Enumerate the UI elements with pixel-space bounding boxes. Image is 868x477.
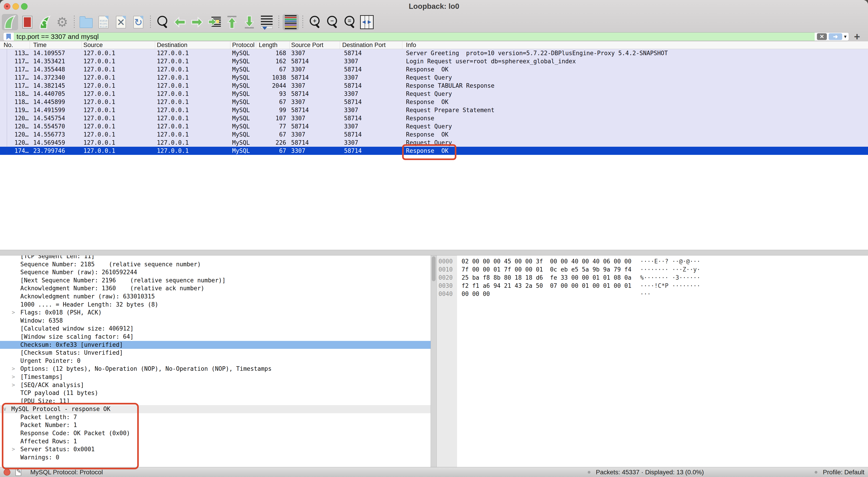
packet-row[interactable]: 113…14.109557127.0.0.1127.0.0.1MySQL1683… [0, 49, 868, 57]
column-header[interactable]: No. [0, 41, 30, 49]
save-file-button[interactable]: 010100110101110 [95, 14, 112, 30]
titlebar[interactable]: Loopback: lo0 [0, 0, 868, 12]
column-header[interactable]: Time [30, 41, 82, 49]
capture-comment-icon[interactable] [16, 469, 21, 476]
chevron-collapsed-icon[interactable]: > [12, 445, 15, 453]
resize-columns-button[interactable] [359, 14, 375, 30]
display-filter-input[interactable]: tcp.port == 3307 and mysql [14, 33, 815, 41]
hex-offset: 0010 [437, 265, 457, 273]
packet-row[interactable]: 120…14.556773127.0.0.1127.0.0.1MySQL6733… [0, 130, 868, 139]
find-packet-button[interactable] [154, 14, 170, 30]
column-header[interactable]: Destination [155, 41, 230, 49]
detail-line[interactable]: Urgent Pointer: 0 [0, 357, 431, 365]
packet-row[interactable]: 117…14.372340127.0.0.1127.0.0.1MySQL1038… [0, 73, 868, 82]
zoom-reset-button[interactable]: = [341, 14, 358, 30]
detail-line[interactable]: Sequence Number (raw): 2610592244 [0, 268, 431, 276]
filter-add-button[interactable]: + [854, 32, 860, 41]
chevron-collapsed-icon[interactable]: > [12, 308, 15, 317]
go-to-packet-button[interactable] [206, 14, 223, 30]
column-header[interactable]: Protocol [230, 41, 256, 49]
packet-row[interactable]: 117…14.353421127.0.0.1127.0.0.1MySQL1625… [0, 57, 868, 65]
packet-row[interactable]: 119…14.491599127.0.0.1127.0.0.1MySQL9958… [0, 106, 868, 114]
detail-line[interactable]: >[Timestamps] [0, 373, 431, 381]
packet-row[interactable]: 118…14.445899127.0.0.1127.0.0.1MySQL6733… [0, 98, 868, 106]
go-back-button[interactable] [172, 14, 188, 30]
column-header[interactable]: Info [402, 41, 868, 49]
status-separator-dot [815, 471, 817, 474]
detail-line[interactable]: >Flags: 0x018 (PSH, ACK) [0, 308, 431, 317]
detail-line[interactable]: >Server Status: 0x0001 [0, 445, 431, 453]
detail-line[interactable]: [Window size scaling factor: 64] [0, 333, 431, 341]
detail-line[interactable]: [Next Sequence Number: 2196 (relative se… [0, 276, 431, 285]
detail-line[interactable]: Warnings: 0 [0, 453, 431, 461]
column-header[interactable]: Source [82, 41, 155, 49]
reload-file-button[interactable]: ↻ [130, 14, 147, 30]
go-forward-button[interactable] [189, 14, 205, 30]
packet-row[interactable]: 117…14.355448127.0.0.1127.0.0.1MySQL6733… [0, 65, 868, 73]
chevron-expanded-icon[interactable]: ∨ [3, 405, 6, 413]
detail-line[interactable]: [PDU Size: 11] [0, 397, 431, 405]
colorize-packets-button[interactable] [283, 14, 299, 30]
start-capture-button[interactable] [2, 14, 18, 30]
detail-line[interactable]: TCP payload (11 bytes) [0, 389, 431, 397]
expert-info-icon[interactable] [4, 469, 10, 476]
column-header[interactable]: Destination Port [340, 41, 402, 49]
toolbar-separator [74, 16, 74, 29]
capture-options-button[interactable]: ⚙ [54, 14, 70, 30]
filter-dropdown-caret[interactable]: ▾ [844, 34, 846, 39]
detail-line[interactable]: Acknowledgment number (raw): 633010315 [0, 293, 431, 301]
hex-row[interactable]: 00107f 00 00 01 7f 00 00 01 0c eb e5 5a … [437, 265, 868, 273]
detail-line[interactable]: [Calculated window size: 406912] [0, 325, 431, 333]
bookmark-icon [6, 34, 11, 40]
packet-row[interactable]: 117…14.382145127.0.0.1127.0.0.1MySQL2044… [0, 82, 868, 90]
detail-line[interactable]: Window: 6358 [0, 317, 431, 325]
column-header[interactable]: Source Port [290, 41, 340, 49]
detail-line[interactable]: >[SEQ/ACK analysis] [0, 381, 431, 389]
detail-line[interactable]: [TCP Segment Len: 11] [0, 256, 431, 261]
detail-line[interactable]: >Options: (12 bytes), No-Operation (NOP)… [0, 365, 431, 373]
open-file-button[interactable] [78, 14, 94, 30]
display-filter-field[interactable]: tcp.port == 3307 and mysql ✕ ➜ ▾ [3, 32, 849, 41]
detail-line[interactable]: Checksum: 0xfe33 [unverified] [0, 341, 431, 349]
detail-line[interactable]: ∨MySQL Protocol - response OK [0, 405, 431, 413]
detail-pane-scrollbar[interactable] [431, 256, 437, 467]
hex-bytes: 00 00 00 [462, 291, 490, 297]
profile-section[interactable]: Profile: Default [815, 469, 864, 476]
stop-capture-button[interactable] [19, 14, 35, 30]
auto-scroll-button[interactable] [258, 14, 275, 30]
packet-row[interactable]: 120…14.545754127.0.0.1127.0.0.1MySQL1073… [0, 114, 868, 122]
zoom-in-button[interactable]: + [307, 14, 323, 30]
column-header[interactable]: Length [256, 41, 290, 49]
toolbar-separator [278, 16, 279, 29]
hex-row[interactable]: 000002 00 00 00 45 00 00 3f 00 00 40 00 … [437, 257, 868, 265]
packet-row[interactable]: 118…14.440705127.0.0.1127.0.0.1MySQL9358… [0, 90, 868, 98]
chevron-collapsed-icon[interactable]: > [12, 373, 15, 381]
hex-row[interactable]: 004000 00 00··· [437, 290, 868, 298]
packet-row[interactable]: 120…14.554570127.0.0.1127.0.0.1MySQL7758… [0, 122, 868, 130]
detail-line[interactable]: [Checksum Status: Unverified] [0, 349, 431, 357]
filter-bookmark-button[interactable] [3, 33, 14, 41]
packet-list-hscrollbar[interactable] [0, 250, 868, 256]
chevron-collapsed-icon[interactable]: > [12, 365, 15, 373]
hex-row[interactable]: 0030f2 f1 a6 94 21 43 2a 50 07 00 00 01 … [437, 282, 868, 290]
hex-row[interactable]: 002025 ba f8 8b 80 18 18 d6 fe 33 00 00 … [437, 273, 868, 282]
go-last-packet-button[interactable] [241, 14, 257, 30]
filter-apply-button[interactable]: ➜ [829, 33, 842, 40]
filter-clear-button[interactable]: ✕ [817, 33, 827, 40]
detail-line[interactable]: Packet Length: 7 [0, 413, 431, 421]
chevron-collapsed-icon[interactable]: > [12, 381, 15, 389]
packet-list-header[interactable]: No.TimeSourceDestinationProtocolLengthSo… [0, 41, 868, 49]
close-file-button[interactable]: ✕ [113, 14, 129, 30]
detail-line[interactable]: Affected Rows: 1 [0, 438, 431, 446]
go-first-packet-button[interactable] [224, 14, 240, 30]
detail-line[interactable]: Response Code: OK Packet (0x00) [0, 429, 431, 438]
packet-row[interactable]: 174…23.799746127.0.0.1127.0.0.1MySQL6733… [0, 147, 868, 155]
detail-line[interactable]: Acknowledgment Number: 1360 (relative ac… [0, 285, 431, 293]
detail-line[interactable]: Packet Number: 1 [0, 421, 431, 429]
detail-line[interactable]: Sequence Number: 2185 (relative sequence… [0, 261, 431, 269]
scrollbar-thumb[interactable] [432, 256, 436, 281]
detail-line[interactable]: 1000 .... = Header Length: 32 bytes (8) [0, 301, 431, 309]
restart-capture-button[interactable] [37, 14, 53, 30]
zoom-out-button[interactable]: − [324, 14, 340, 30]
packet-row[interactable]: 120…14.569459127.0.0.1127.0.0.1MySQL2265… [0, 139, 868, 147]
